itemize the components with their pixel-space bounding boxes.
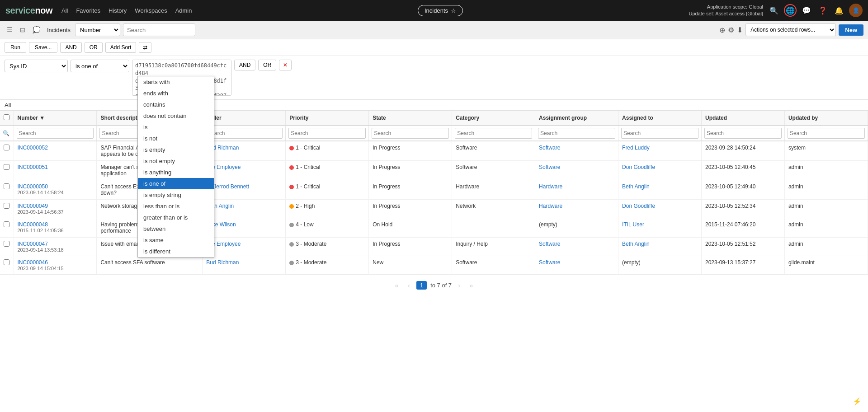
filter-icon[interactable]: ⊟ xyxy=(18,25,28,35)
number-link-1[interactable]: INC0000051 xyxy=(18,164,48,170)
select-all-checkbox[interactable] xyxy=(4,114,9,120)
next-page-button[interactable]: › xyxy=(455,281,463,290)
op-is-empty-string[interactable]: is empty string xyxy=(138,189,214,201)
star-icon[interactable]: ☆ xyxy=(451,7,456,14)
condition-and-button[interactable]: AND xyxy=(234,60,255,70)
filter-field-select[interactable]: Number Short description Caller State Sy… xyxy=(75,23,120,36)
number-link-6[interactable]: INC0000046 xyxy=(18,259,48,266)
nav-favorites[interactable]: Favorites xyxy=(76,7,100,14)
assigned-to-link-5[interactable]: Beth Anglin xyxy=(622,241,650,247)
search-icon-small[interactable]: 🔍 xyxy=(3,130,9,136)
avatar[interactable]: 👤 xyxy=(849,4,863,17)
th-state[interactable]: State xyxy=(369,111,452,126)
search-state-input[interactable] xyxy=(372,128,449,139)
th-updated-by[interactable]: Updated by xyxy=(784,111,868,126)
search-assignment-group-input[interactable] xyxy=(538,128,615,139)
search-category-input[interactable] xyxy=(455,128,532,139)
op-starts-with[interactable]: starts with xyxy=(138,76,214,88)
op-is-one-of[interactable]: is one of xyxy=(138,178,214,189)
op-is[interactable]: is xyxy=(138,122,214,133)
incident-badge[interactable]: Incidents ☆ xyxy=(418,5,463,16)
settings-icon[interactable]: ⚙ xyxy=(728,26,734,34)
last-page-button[interactable]: » xyxy=(467,281,476,290)
row-checkbox-2[interactable] xyxy=(4,183,9,189)
nav-all[interactable]: All xyxy=(61,7,68,14)
help-icon[interactable]: ❓ xyxy=(816,4,829,17)
condition-or-button[interactable]: OR xyxy=(258,60,276,70)
search-priority-input[interactable] xyxy=(288,128,366,139)
globe-icon[interactable]: 🌐 xyxy=(784,4,797,17)
hamburger-icon[interactable]: ☰ xyxy=(5,25,15,35)
assigned-to-link-0[interactable]: Fred Luddy xyxy=(622,145,650,151)
op-between[interactable]: between xyxy=(138,223,214,234)
speech-bubble-icon[interactable]: 💭 xyxy=(30,25,42,35)
condition-operator-select[interactable]: is one of starts with ends with contains… xyxy=(71,60,129,72)
nav-workspaces[interactable]: Workspaces xyxy=(135,7,167,14)
or-button[interactable]: OR xyxy=(85,42,103,53)
row-checkbox-1[interactable] xyxy=(4,164,9,170)
search-updated-input[interactable] xyxy=(704,128,782,139)
prev-page-button[interactable]: ‹ xyxy=(405,281,413,290)
row-checkbox-5[interactable] xyxy=(4,241,9,247)
op-is-empty[interactable]: is empty xyxy=(138,144,214,155)
assignment-group-link-0[interactable]: Software xyxy=(539,145,560,151)
assigned-to-link-4[interactable]: ITIL User xyxy=(622,221,644,228)
op-is-different[interactable]: is different xyxy=(138,246,214,257)
op-contains[interactable]: contains xyxy=(138,99,214,110)
th-caller[interactable]: Caller xyxy=(203,111,286,126)
nav-history[interactable]: History xyxy=(108,7,127,14)
assignment-group-link-6[interactable]: Software xyxy=(539,259,560,266)
th-assignment-group[interactable]: Assignment group xyxy=(535,111,618,126)
assigned-to-link-3[interactable]: Don Goodliffe xyxy=(622,203,655,209)
assignment-group-link-2[interactable]: Hardware xyxy=(539,183,562,190)
number-link-4[interactable]: INC0000048 xyxy=(18,221,48,228)
op-is-anything[interactable]: is anything xyxy=(138,167,214,178)
op-is-not[interactable]: is not xyxy=(138,133,214,144)
th-number[interactable]: Number ▼ xyxy=(14,111,97,126)
assignment-group-link-5[interactable]: Software xyxy=(539,241,560,247)
assigned-to-link-2[interactable]: Beth Anglin xyxy=(622,183,650,190)
number-link-2[interactable]: INC0000050 xyxy=(18,183,48,190)
op-less-than[interactable]: less than or is xyxy=(138,201,214,212)
op-is-same[interactable]: is same xyxy=(138,234,214,246)
filter-search-input[interactable] xyxy=(123,23,195,36)
operator-dropdown[interactable]: starts with ends with contains does not … xyxy=(137,76,214,258)
caller-link-6[interactable]: Bud Richman xyxy=(206,259,239,266)
swap-button[interactable]: ⇄ xyxy=(139,42,151,53)
row-checkbox-6[interactable] xyxy=(4,259,9,265)
th-priority[interactable]: Priority xyxy=(286,111,369,126)
chat-icon[interactable]: 💬 xyxy=(800,4,813,17)
search-icon[interactable]: 🔍 xyxy=(768,4,780,17)
add-sort-button[interactable]: Add Sort xyxy=(105,42,137,53)
actions-select[interactable]: Actions on selected rows... xyxy=(745,23,836,36)
th-updated[interactable]: Updated xyxy=(701,111,784,126)
add-icon[interactable]: ⊕ xyxy=(719,26,725,34)
save-button[interactable]: Save... xyxy=(29,42,57,53)
search-assigned-to-input[interactable] xyxy=(621,128,698,139)
run-button[interactable]: Run xyxy=(5,42,26,53)
row-checkbox-3[interactable] xyxy=(4,203,9,209)
op-is-not-empty[interactable]: is not empty xyxy=(138,155,214,167)
number-link-5[interactable]: INC0000047 xyxy=(18,241,48,247)
condition-field-select[interactable]: Sys ID Number Short description xyxy=(5,60,68,72)
assignment-group-link-3[interactable]: Hardware xyxy=(539,203,562,209)
condition-delete-button[interactable]: ✕ xyxy=(279,60,292,70)
new-button[interactable]: New xyxy=(839,24,863,36)
op-ends-with[interactable]: ends with xyxy=(138,88,214,99)
assignment-group-link-1[interactable]: Software xyxy=(539,164,560,170)
caller-link-2[interactable]: Jerrod Bennett xyxy=(213,183,249,190)
and-button[interactable]: AND xyxy=(60,42,81,53)
row-checkbox-4[interactable] xyxy=(4,221,9,227)
download-icon[interactable]: ⬇ xyxy=(737,26,743,34)
logo[interactable]: servicenow xyxy=(5,5,52,16)
number-link-3[interactable]: INC0000049 xyxy=(18,203,48,209)
bell-icon[interactable]: 🔔 xyxy=(833,4,845,17)
first-page-button[interactable]: « xyxy=(392,281,401,290)
row-checkbox-0[interactable] xyxy=(4,145,9,150)
search-caller-input[interactable] xyxy=(205,128,283,139)
search-number-input[interactable] xyxy=(17,128,94,139)
nav-admin[interactable]: Admin xyxy=(175,7,192,14)
search-updated-by-input[interactable] xyxy=(788,128,865,139)
op-greater-than[interactable]: greater than or is xyxy=(138,212,214,223)
number-link-0[interactable]: INC0000052 xyxy=(18,145,48,151)
